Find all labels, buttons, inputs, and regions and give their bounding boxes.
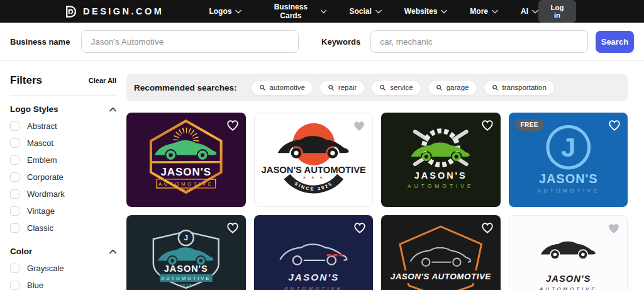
favorite-button[interactable] (480, 220, 496, 235)
keywords-input[interactable] (370, 30, 588, 53)
checkbox[interactable] (10, 155, 19, 165)
business-name-label: Business name (10, 37, 70, 47)
svg-text:2025: 2025 (180, 283, 192, 287)
checkbox[interactable] (10, 121, 19, 131)
svg-text:JASON'S: JASON'S (546, 274, 591, 284)
free-badge: FREE (515, 119, 544, 131)
svg-text:JASON'S AUTOMOTIVE: JASON'S AUTOMOTIVE (261, 165, 365, 175)
heart-icon (226, 118, 240, 132)
search-icon (259, 84, 266, 91)
chevron-up-icon (109, 249, 116, 254)
logo-card-gear-green[interactable]: JASON'S AUTOMOTIVE (381, 113, 501, 207)
svg-text:AUTOMOTIVE: AUTOMOTIVE (284, 286, 342, 290)
heart-icon (480, 118, 494, 132)
favorite-button[interactable] (352, 118, 367, 133)
svg-text:AUTOMOTIVE: AUTOMOTIVE (408, 183, 474, 189)
recommended-searches-bar: Recommended searches: automotive repair … (126, 74, 628, 101)
checkbox[interactable] (10, 172, 19, 182)
section-logo-styles[interactable]: Logo Styles (10, 104, 116, 114)
brand-logo[interactable]: DESIGN.COM (63, 4, 164, 19)
chip-garage[interactable]: garage (428, 80, 477, 96)
svg-text:JASON'S: JASON'S (288, 272, 339, 282)
svg-text:JASON'S: JASON'S (414, 170, 467, 181)
nav-item-websites[interactable]: Websites (404, 7, 447, 16)
keywords-label: Keywords (321, 37, 360, 47)
filter-option-vintage[interactable]: Vintage (10, 203, 116, 220)
nav-item-social[interactable]: Social (350, 7, 382, 16)
favorite-button[interactable] (226, 220, 241, 235)
svg-text:JASON'S: JASON'S (160, 166, 211, 178)
nav-item-more[interactable]: More (470, 7, 498, 16)
top-navbar: DESIGN.COM Logos Business Cards Social W… (0, 0, 644, 23)
svg-text:J: J (561, 133, 575, 162)
checkbox[interactable] (10, 281, 19, 290)
nav-item-business-cards[interactable]: Business Cards (264, 3, 326, 20)
logo-card-red-badge[interactable]: JASON'S AUTOMOTIVE ★ ★ ★ SINCE 2025 (254, 113, 374, 207)
chip-automotive[interactable]: automotive (251, 80, 313, 96)
favorite-button[interactable] (607, 221, 622, 236)
favorite-button[interactable] (353, 220, 368, 235)
chip-repair[interactable]: repair (319, 80, 365, 96)
logo-card-blue-monogram[interactable]: J JASON'S AUTOMOTIVE FREE (509, 113, 628, 207)
section-color[interactable]: Color (10, 247, 116, 256)
filter-option-grayscale[interactable]: Grayscale (10, 260, 116, 277)
svg-text:JASON'S: JASON'S (164, 264, 208, 274)
logo-card-orange-hexagon[interactable]: JASON'S AUTOMOTIVE (381, 215, 501, 290)
chevron-up-icon (109, 107, 116, 112)
favorite-button[interactable] (480, 118, 496, 133)
checkbox[interactable] (10, 138, 19, 148)
svg-text:JASON'S: JASON'S (538, 172, 597, 186)
search-icon (436, 84, 443, 91)
search-button[interactable]: Search (596, 31, 634, 53)
filter-option-emblem[interactable]: Emblem (10, 152, 116, 169)
nav-item-logos[interactable]: Logos (209, 7, 242, 16)
search-icon (379, 84, 386, 91)
chip-service[interactable]: service (371, 80, 421, 96)
main-nav: Logos Business Cards Social Websites Mor… (209, 3, 538, 20)
chevron-down-icon (235, 9, 242, 14)
filter-option-corporate[interactable]: Corporate (10, 169, 116, 186)
chevron-down-icon (492, 9, 498, 14)
logo-card-white-sketch[interactable]: JASON'S AUTOMOTIVE (509, 215, 628, 290)
favorite-button[interactable] (608, 118, 623, 133)
checkbox[interactable] (10, 264, 19, 273)
filter-option-wordmark[interactable]: Wordmark (10, 186, 116, 203)
heart-icon (352, 119, 366, 133)
filters-sidebar: Filters Clear All Logo Styles Abstract M… (0, 61, 126, 290)
chevron-down-icon (441, 9, 447, 14)
recommended-label: Recommended searches: (134, 83, 237, 92)
search-bar: Business name Keywords Search (0, 23, 644, 61)
heart-icon (226, 221, 240, 235)
chips-row: automotive repair service garage transpo… (251, 80, 555, 96)
logo-grid: JASON'S AUTOMOTIVE 2025 JASON'S AUTOMOTI… (126, 113, 628, 290)
login-button[interactable]: Log in (538, 0, 576, 23)
divider (10, 95, 116, 96)
favorite-button[interactable] (226, 118, 241, 133)
color-options: Grayscale Blue Purple (10, 260, 116, 290)
chevron-down-icon (321, 9, 326, 14)
logo-card-teal-shield[interactable]: J JASON'S AUTOMOTIVE 2025 (126, 215, 246, 290)
chip-transportation[interactable]: transportation (484, 80, 555, 96)
checkbox[interactable] (10, 223, 19, 233)
search-icon (492, 84, 499, 91)
heart-icon (608, 118, 621, 132)
clear-all-button[interactable]: Clear All (89, 77, 116, 84)
checkbox[interactable] (10, 206, 19, 216)
business-name-input[interactable] (81, 30, 299, 53)
filters-title: Filters (10, 74, 42, 87)
logo-card-purple-emblem[interactable]: JASON'S AUTOMOTIVE 2025 (126, 113, 246, 207)
logo-styles-options: Abstract Mascot Emblem Corporate Wordmar… (10, 118, 116, 237)
heart-icon (480, 221, 494, 235)
chevron-down-icon (532, 9, 538, 14)
checkbox[interactable] (10, 189, 19, 199)
filter-option-blue[interactable]: Blue (10, 277, 116, 290)
nav-item-ai[interactable]: AI (521, 7, 538, 16)
filter-option-abstract[interactable]: Abstract (10, 118, 116, 135)
design-d-icon (63, 4, 77, 19)
filter-option-mascot[interactable]: Mascot (10, 135, 116, 152)
filter-option-classic[interactable]: Classic (10, 220, 116, 237)
svg-text:AUTOMOTIVE: AUTOMOTIVE (537, 187, 599, 194)
logo-card-navy-lineart[interactable]: JASON'S AUTOMOTIVE (254, 215, 374, 290)
svg-text:★ ★ ★: ★ ★ ★ (302, 175, 325, 179)
search-icon (328, 84, 335, 91)
